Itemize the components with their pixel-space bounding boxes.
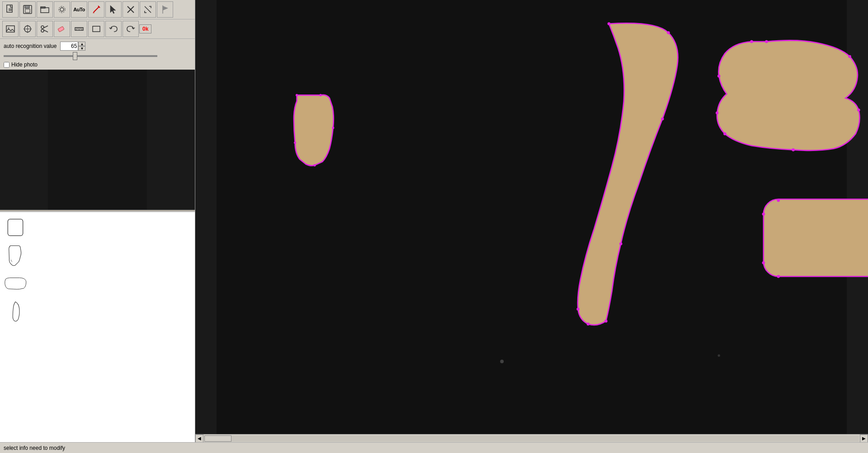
svg-rect-27: [58, 26, 64, 32]
svg-rect-4: [25, 5, 29, 8]
svg-point-52: [848, 55, 851, 58]
svg-point-67: [762, 212, 765, 216]
svg-point-42: [313, 164, 316, 166]
piece-svg-3: [4, 272, 27, 295]
photo-svg: [0, 70, 195, 210]
hide-photo-checkbox[interactable]: [4, 62, 9, 68]
svg-point-47: [619, 242, 623, 245]
new-button[interactable]: [2, 1, 19, 18]
svg-point-45: [667, 31, 670, 34]
status-bar: select info need to modify: [0, 442, 868, 453]
auto-recog-spinner[interactable]: ▲ ▼: [78, 42, 85, 51]
redo-button[interactable]: [123, 21, 139, 37]
svg-rect-18: [6, 26, 14, 32]
pieces-list: [0, 212, 195, 442]
piece-svg-2: [4, 244, 27, 267]
spin-up[interactable]: ▲: [78, 42, 85, 46]
horizontal-scrollbar: ◀ ▶: [195, 434, 868, 442]
slider-row: [0, 53, 195, 60]
move-button[interactable]: [140, 1, 156, 18]
svg-rect-2: [9, 10, 12, 11]
svg-point-60: [777, 199, 780, 202]
undo-button[interactable]: [105, 21, 122, 37]
svg-rect-34: [93, 26, 100, 32]
piece-item-2[interactable]: [2, 242, 29, 269]
auto-recog-label: auto recognition value: [4, 43, 57, 49]
status-message: select info need to modify: [4, 445, 65, 451]
svg-rect-37: [8, 219, 23, 236]
auto-button[interactable]: AuTo: [71, 1, 87, 18]
svg-rect-36: [48, 70, 147, 210]
svg-point-66: [762, 261, 765, 264]
piece-svg-4: [4, 300, 27, 323]
svg-rect-1: [9, 9, 12, 9]
piece-item-4[interactable]: [2, 298, 29, 325]
svg-point-65: [777, 275, 780, 278]
svg-point-40: [320, 94, 322, 96]
toolbar-row-2: 0k: [0, 19, 195, 39]
svg-rect-5: [25, 9, 30, 13]
svg-point-55: [723, 132, 726, 136]
svg-point-50: [587, 322, 590, 326]
svg-point-7: [60, 8, 64, 11]
toolbar-row-1: AuTo: [0, 0, 195, 19]
scrollbar-thumb[interactable]: [204, 435, 231, 442]
svg-point-49: [576, 308, 580, 311]
eraser-button[interactable]: [54, 21, 70, 37]
ok-button[interactable]: 0k: [139, 24, 151, 33]
scroll-left-button[interactable]: ◀: [195, 434, 203, 443]
svg-point-48: [604, 320, 608, 323]
svg-point-56: [716, 112, 719, 115]
svg-marker-10: [93, 12, 94, 13]
svg-point-43: [294, 142, 296, 144]
hide-photo-label[interactable]: Hide photo: [11, 61, 38, 68]
settings-button[interactable]: [54, 1, 70, 18]
svg-point-54: [792, 148, 795, 151]
flag-button[interactable]: [157, 1, 173, 18]
crosshair-button[interactable]: [19, 21, 36, 37]
svg-point-69: [718, 354, 720, 357]
svg-point-8: [59, 6, 65, 13]
svg-line-15: [145, 6, 151, 13]
scroll-right-button[interactable]: ▶: [860, 434, 868, 443]
auto-recog-row: auto recognition value ▲ ▼: [0, 39, 195, 53]
image-button[interactable]: [2, 21, 19, 37]
auto-recog-slider-thumb[interactable]: [73, 52, 77, 60]
svg-point-51: [765, 40, 768, 43]
ruler-button[interactable]: [71, 21, 87, 37]
save-button[interactable]: [19, 1, 36, 18]
auto-recog-slider-track[interactable]: [4, 55, 157, 57]
scrollbar-track[interactable]: [204, 435, 859, 442]
svg-point-41: [332, 127, 334, 129]
piece-item-1[interactable]: [2, 214, 29, 241]
open-button[interactable]: [37, 1, 53, 18]
svg-point-57: [717, 75, 721, 78]
main-canvas-svg: [195, 0, 868, 434]
piece-item-3[interactable]: [2, 270, 29, 297]
svg-rect-59: [764, 199, 868, 277]
rect-button[interactable]: [88, 21, 104, 37]
scissors-button[interactable]: [37, 21, 53, 37]
left-panel: AuTo: [0, 0, 195, 442]
fabric-piece-3[interactable]: [716, 40, 860, 151]
pencil-button[interactable]: [88, 1, 104, 18]
auto-recog-input[interactable]: [60, 42, 78, 51]
canvas-area: ◀ ▶: [195, 0, 868, 442]
select-button[interactable]: [105, 1, 122, 18]
photo-thumbnail: [0, 70, 195, 210]
cut-button[interactable]: [123, 1, 139, 18]
svg-point-58: [750, 40, 753, 43]
svg-point-46: [661, 118, 664, 121]
piece-svg-1: [4, 216, 27, 239]
svg-point-53: [857, 109, 860, 112]
svg-point-44: [608, 22, 611, 25]
canvas-viewport[interactable]: [195, 0, 868, 434]
fabric-piece-4[interactable]: [762, 199, 868, 278]
svg-marker-12: [110, 5, 116, 14]
svg-point-39: [296, 94, 298, 96]
svg-point-68: [500, 360, 504, 363]
spin-down[interactable]: ▼: [78, 46, 85, 51]
svg-line-9: [94, 7, 99, 12]
svg-marker-17: [163, 6, 168, 10]
hide-photo-row: Hide photo: [0, 60, 195, 70]
